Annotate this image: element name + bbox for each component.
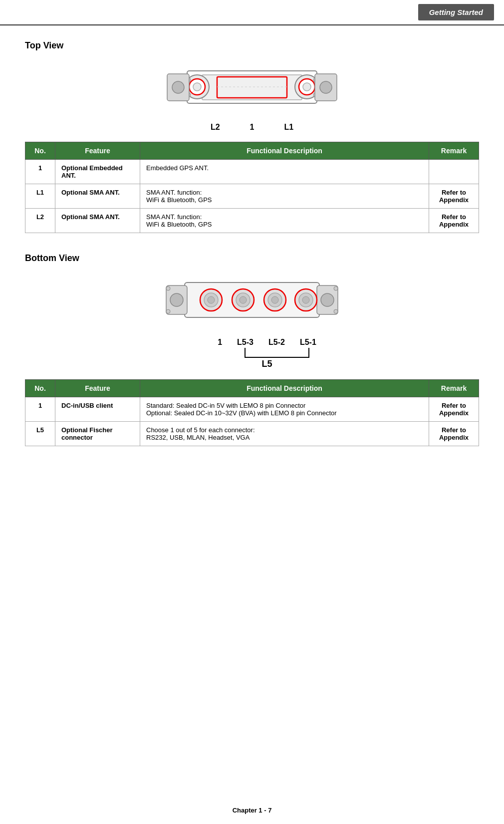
section-tab: Getting Started — [418, 4, 494, 20]
label-l1: L1 — [284, 123, 293, 132]
row-remark: Refer to Appendix — [429, 209, 479, 233]
label-l5-1: L5-1 — [300, 338, 316, 347]
row-no: L2 — [25, 209, 55, 233]
svg-point-16 — [320, 81, 332, 93]
col-description-header-b: Functional Description — [140, 380, 429, 397]
row-feature: Optional Embedded ANT. — [55, 160, 140, 184]
svg-point-25 — [334, 286, 338, 290]
col-remark-header-b: Remark — [429, 380, 479, 397]
svg-point-22 — [166, 309, 170, 313]
row-description: Embedded GPS ANT. — [140, 160, 429, 184]
table-row: 1 Optional Embedded ANT. Embedded GPS AN… — [25, 160, 479, 184]
svg-point-14 — [172, 81, 184, 93]
table-row: L5 Optional Fischer connector Choose 1 o… — [25, 422, 479, 446]
col-no-header: No. — [25, 142, 55, 160]
bottom-view-table: No. Feature Functional Description Remar… — [25, 379, 479, 446]
row-no: 1 — [25, 397, 55, 422]
footer-text: Chapter 1 - 7 — [233, 807, 272, 814]
bottom-view-diagram: 1 L5-3 L5-2 L5-1 L5 — [25, 274, 479, 369]
row-feature: Optional SMA ANT. — [55, 184, 140, 209]
svg-point-35 — [271, 296, 278, 303]
label-1: 1 — [250, 123, 254, 132]
svg-point-26 — [334, 309, 338, 313]
row-feature: Optional Fischer connector — [55, 422, 140, 446]
svg-point-10 — [303, 83, 311, 91]
row-feature: DC-in/USB client — [55, 397, 140, 422]
svg-point-29 — [208, 296, 215, 303]
row-no: L5 — [25, 422, 55, 446]
row-description: Standard: Sealed DC-in 5V with LEMO 8 pi… — [140, 397, 429, 422]
row-description: SMA ANT. function:WiFi & Bluetooth, GPS — [140, 209, 429, 233]
row-feature: Optional SMA ANT. — [55, 209, 140, 233]
row-remark: Refer to Appendix — [429, 397, 479, 422]
label-l2: L2 — [211, 123, 220, 132]
row-no: L1 — [25, 184, 55, 209]
svg-point-24 — [321, 293, 334, 306]
top-view-diagram: L2 1 L1 — [25, 61, 479, 132]
label-l5-3: L5-3 — [237, 338, 253, 347]
row-description: SMA ANT. function:WiFi & Bluetooth, GPS — [140, 184, 429, 209]
svg-point-20 — [170, 293, 183, 306]
svg-point-38 — [302, 296, 309, 303]
svg-point-21 — [166, 286, 170, 290]
bottom-labels-row1: 1 L5-3 L5-2 L5-1 — [218, 338, 316, 347]
row-no: 1 — [25, 160, 55, 184]
top-view-labels: L2 1 L1 — [211, 123, 293, 132]
row-remark: Refer to Appendix — [429, 422, 479, 446]
col-remark-header: Remark — [429, 142, 479, 160]
bottom-view-svg — [147, 274, 357, 333]
row-description: Choose 1 out of 5 for each connector:RS2… — [140, 422, 429, 446]
top-view-table: No. Feature Functional Description Remar… — [25, 142, 479, 233]
label-1-bottom: 1 — [218, 338, 222, 347]
table-row: 1 DC-in/USB client Standard: Sealed DC-i… — [25, 397, 479, 422]
label-l5-2: L5-2 — [268, 338, 285, 347]
row-remark: Refer to Appendix — [429, 184, 479, 209]
col-feature-header: Feature — [55, 142, 140, 160]
table-row: L1 Optional SMA ANT. SMA ANT. function:W… — [25, 184, 479, 209]
row-remark — [429, 160, 479, 184]
bottom-view-title: Bottom View — [25, 253, 479, 264]
col-description-header: Functional Description — [140, 142, 429, 160]
table-row: L2 Optional SMA ANT. SMA ANT. function:W… — [25, 209, 479, 233]
top-view-svg — [147, 61, 357, 118]
label-l5: L5 — [261, 359, 272, 369]
l5-bracket — [245, 348, 309, 358]
col-feature-header-b: Feature — [55, 380, 140, 397]
page-footer: Chapter 1 - 7 — [0, 807, 504, 814]
svg-point-32 — [240, 296, 247, 303]
svg-point-5 — [193, 83, 201, 91]
top-view-title: Top View — [25, 40, 479, 51]
page-header: Getting Started — [0, 0, 504, 25]
page-content: Top View — [0, 25, 504, 486]
col-no-header-b: No. — [25, 380, 55, 397]
